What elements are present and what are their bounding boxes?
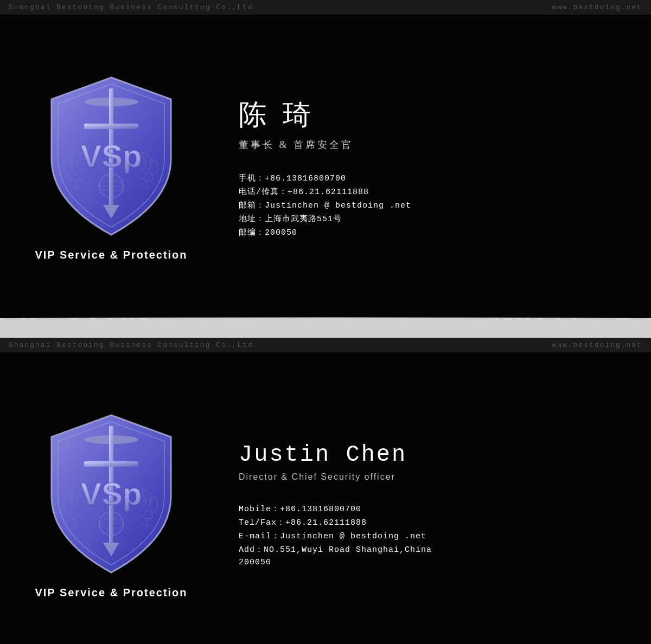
card1-mobile: 手机：+86.13816800700 [239, 173, 629, 183]
card2-contact: Justin Chen Director & Chief Security of… [206, 431, 651, 578]
card1-address: 地址：上海市武夷路551号 [239, 214, 629, 224]
card2-telfax-label: Tel/Fax： [239, 518, 285, 527]
card2-header-right: www.bestdoing.net [552, 341, 642, 349]
card2-body: VSp [0, 352, 651, 644]
card1-logo-area: VSp [0, 72, 206, 261]
card2-header: Shanghai Bestdoing Business Consulting C… [0, 338, 651, 352]
card1: Shanghai Bestdoing Business Consulting C… [0, 0, 651, 318]
card1-mobile-value: +86.13816800700 [265, 174, 346, 183]
card2-address-value: NO.551,Wuyi Road Shanghai,China [264, 545, 432, 555]
card1-header: Shanghai Bestdoing Business Consulting C… [0, 0, 651, 15]
card1-title: 董事长 & 首席安全官 [239, 138, 629, 151]
card1-header-right: www.bestdoing.net [552, 3, 642, 11]
card2-telfax-value: +86.21.62111888 [285, 518, 367, 527]
card1-telfax-label: 电话/传真： [239, 188, 288, 197]
card2-mobile: Mobile：+86.13816800700 [239, 504, 629, 514]
card2-email-value: Justinchen @ bestdoing .net [280, 532, 426, 541]
card2-mobile-value: +86.13816800700 [280, 505, 361, 514]
card2-address: Add：NO.551,Wuyi Road Shanghai,China [239, 544, 629, 555]
card2-title: Director & Chief Security officer [239, 472, 629, 482]
card1-header-left: Shanghai Bestdoing Business Consulting C… [9, 3, 253, 11]
card1-address-value: 上海市武夷路551号 [265, 215, 342, 224]
card1-postcode-value: 200050 [265, 228, 297, 237]
card1-postcode: 邮编：200050 [239, 227, 629, 237]
card2-header-left: Shanghai Bestdoing Business Consulting C… [9, 341, 253, 349]
card1-divider [0, 317, 651, 318]
gap [0, 323, 651, 333]
shield-logo-cn: VSp [41, 72, 182, 240]
card1-mobile-label: 手机： [239, 174, 265, 183]
svg-text:VSp: VSp [81, 476, 142, 511]
shield-logo-en: VSp [41, 410, 182, 578]
card1-contact: 陈 琦 董事长 & 首席安全官 手机：+86.13816800700 电话/传真… [206, 85, 651, 248]
card1-telfax: 电话/传真：+86.21.62111888 [239, 186, 629, 197]
card2-address-label: Add： [239, 545, 264, 555]
card1-email-value: Justinchen @ bestdoing .net [265, 201, 411, 210]
page-wrapper: Shanghai Bestdoing Business Consulting C… [0, 0, 651, 644]
card2-vip-tagline: VIP Service & Protection [35, 587, 187, 599]
card1-telfax-value: +86.21.62111888 [288, 188, 369, 197]
card1-address-label: 地址： [239, 215, 265, 224]
svg-rect-2 [84, 124, 138, 129]
card2-postcode-value: 200050 [239, 558, 271, 567]
card2-name: Justin Chen [239, 442, 629, 468]
card1-email-label: 邮箱： [239, 201, 265, 210]
card1-name: 陈 琦 [239, 96, 629, 134]
card2-telfax: Tel/Fax：+86.21.62111888 [239, 517, 629, 527]
card1-body: VSp [0, 15, 651, 318]
card2-mobile-label: Mobile： [239, 505, 280, 514]
card1-vip-tagline: VIP Service & Protection [35, 249, 187, 261]
card2: Shanghai Bestdoing Business Consulting C… [0, 338, 651, 644]
card1-postcode-label: 邮编： [239, 228, 265, 237]
card2-logo-area: VSp [0, 410, 206, 599]
card2-email-label: E-mail： [239, 532, 280, 541]
svg-rect-10 [84, 461, 138, 467]
card1-email: 邮箱：Justinchen @ bestdoing .net [239, 200, 629, 210]
card2-postcode: 200050 [239, 558, 629, 567]
card2-details: Mobile：+86.13816800700 Tel/Fax：+86.21.62… [239, 504, 629, 567]
card2-email: E-mail：Justinchen @ bestdoing .net [239, 531, 629, 541]
card1-details: 手机：+86.13816800700 电话/传真：+86.21.62111888… [239, 173, 629, 237]
svg-text:VSp: VSp [81, 138, 142, 173]
